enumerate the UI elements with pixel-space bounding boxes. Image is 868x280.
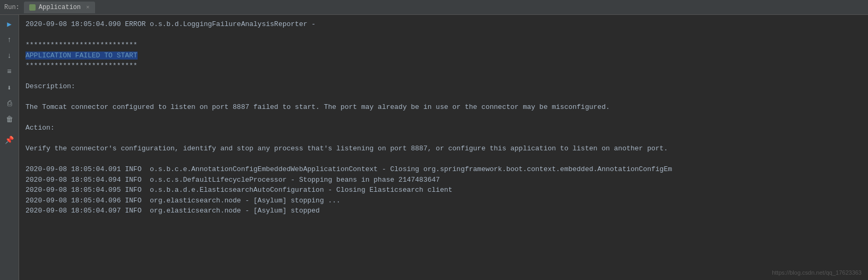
blank-line-3 xyxy=(25,92,862,103)
blank-line-1 xyxy=(25,30,862,40)
description-text: The Tomcat connector configured to liste… xyxy=(25,102,862,113)
stars-bottom: *************************** xyxy=(25,61,862,71)
main-container: ▶ ↑ ↓ ≡ ⬇ ⎙ 🗑 📌 2020-09-08 18:05:04.090 … xyxy=(0,15,868,280)
play-button[interactable]: ▶ xyxy=(4,18,15,30)
action-text: Verify the connector's configuration, id… xyxy=(25,143,862,154)
watermark: https://blog.csdn.net/qq_17623363 xyxy=(772,269,862,276)
rerun-button[interactable]: ≡ xyxy=(4,66,15,78)
console-output: 2020-09-08 18:05:04.090 ERROR o.s.b.d.Lo… xyxy=(19,15,868,280)
tab-name: Application xyxy=(39,4,81,11)
tab-icon xyxy=(29,4,36,11)
description-label: Description: xyxy=(25,81,862,92)
blank-line-6 xyxy=(25,154,862,165)
log-line-3: 2020-09-08 18:05:04.094 INFO o.s.c.s.Def… xyxy=(25,175,862,185)
print-button[interactable]: ⎙ xyxy=(4,98,15,109)
blank-line-2 xyxy=(25,71,862,82)
run-label: Run: xyxy=(4,4,20,11)
title-bar: Run: Application × xyxy=(0,0,868,15)
log-line-4: 2020-09-08 18:05:04.095 INFO o.s.b.a.d.e… xyxy=(25,185,862,196)
pin-button[interactable]: 📌 xyxy=(4,134,15,146)
action-label: Action: xyxy=(25,123,862,133)
application-tab[interactable]: Application × xyxy=(24,2,95,13)
log-line-2: 2020-09-08 18:05:04.091 INFO o.s.b.c.e.A… xyxy=(25,164,862,175)
log-line-1: 2020-09-08 18:05:04.090 ERROR o.s.b.d.Lo… xyxy=(25,19,862,30)
delete-button[interactable]: 🗑 xyxy=(4,114,15,125)
blank-line-5 xyxy=(25,133,862,144)
stars-top: *************************** xyxy=(25,40,862,50)
download-button[interactable]: ⬇ xyxy=(4,82,15,94)
log-line-6: 2020-09-08 18:05:04.097 INFO org.elastic… xyxy=(25,206,862,216)
failed-to-start-line: APPLICATION FAILED TO START xyxy=(25,50,862,61)
tab-close-button[interactable]: × xyxy=(86,4,90,11)
failed-highlight: APPLICATION FAILED TO START xyxy=(25,52,138,60)
scroll-up-button[interactable]: ↑ xyxy=(4,34,15,46)
sidebar: ▶ ↑ ↓ ≡ ⬇ ⎙ 🗑 📌 xyxy=(0,15,19,280)
log-line-5: 2020-09-08 18:05:04.096 INFO org.elastic… xyxy=(25,196,862,206)
scroll-down-button[interactable]: ↓ xyxy=(4,50,15,62)
blank-line-4 xyxy=(25,113,862,123)
